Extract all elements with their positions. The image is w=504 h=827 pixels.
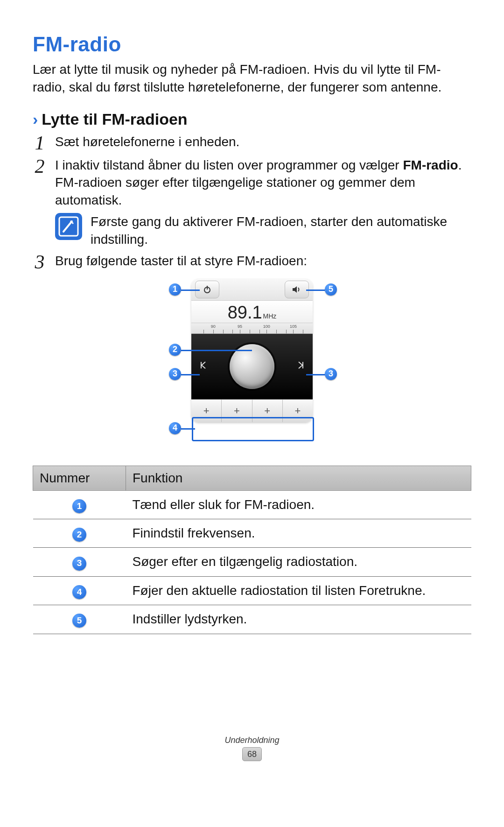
step-body: I inaktiv tilstand åbner du listen over … — [55, 156, 471, 209]
step-1: 1 Sæt høretelefonerne i enheden. — [33, 133, 471, 153]
step2-post: . — [458, 158, 462, 172]
page-footer: Underholdning 68 — [0, 735, 504, 761]
number-badge: 3 — [72, 557, 86, 571]
row-function-cell: Føjer den aktuelle radiostation til list… — [126, 576, 471, 605]
step-number: 3 — [33, 252, 47, 272]
row-number-cell: 5 — [33, 605, 126, 634]
frequency-value: 89.1 — [228, 303, 262, 322]
function-table: Nummer Funktion 1 Tænd eller sluk for FM… — [33, 466, 471, 634]
number-badge: 2 — [72, 528, 86, 542]
row-number-cell: 1 — [33, 490, 126, 519]
step-number: 1 — [33, 133, 47, 153]
table-row: 4 Føjer den aktuelle radiostation til li… — [33, 576, 471, 605]
leader-2 — [181, 350, 252, 351]
number-badge: 4 — [72, 585, 86, 599]
th-function: Funktion — [126, 466, 471, 490]
note-text: Første gang du aktiverer FM-radioen, sta… — [91, 213, 471, 248]
intro-paragraph: Lær at lytte til musik og nyheder på FM-… — [33, 61, 471, 96]
row-function-cell: Finindstil frekvensen. — [126, 519, 471, 547]
table-row: 1 Tænd eller sluk for FM-radioen. — [33, 490, 471, 519]
subsection-title: Lytte til FM-radioen — [42, 110, 187, 128]
step2-pre: I inaktiv tilstand åbner du listen over … — [55, 158, 403, 172]
step-2: 2 I inaktiv tilstand åbner du listen ove… — [33, 156, 471, 209]
row-function-cell: Indstiller lydstyrken. — [126, 605, 471, 634]
ruler-label: 90 — [211, 324, 216, 329]
row-function-cell: Tænd eller sluk for FM-radioen. — [126, 490, 471, 519]
callout-4: 4 — [169, 422, 181, 434]
footer-category: Underholdning — [0, 735, 504, 745]
page-title: FM-radio — [33, 33, 471, 56]
seek-right-icon[interactable] — [295, 360, 305, 373]
callout-5: 5 — [325, 283, 337, 296]
row-number-cell: 4 — [33, 576, 126, 605]
preset-highlight — [192, 417, 314, 441]
step-body: Brug følgende taster til at styre FM-rad… — [55, 252, 471, 270]
number-badge: 1 — [72, 499, 86, 513]
ruler-label: 100 — [263, 324, 270, 329]
callout-2: 2 — [169, 344, 181, 356]
ruler-label: 105 — [290, 324, 297, 329]
step-number: 2 — [33, 156, 47, 176]
seek-left-icon[interactable] — [199, 360, 209, 373]
th-number: Nummer — [33, 466, 126, 490]
step-3: 3 Brug følgende taster til at styre FM-r… — [33, 252, 471, 272]
svg-marker-3 — [293, 286, 297, 293]
callout-3-left: 3 — [169, 368, 181, 380]
note-icon — [55, 213, 82, 240]
frequency-unit: MHz — [263, 312, 277, 320]
table-row: 2 Finindstil frekvensen. — [33, 519, 471, 547]
table-row: 3 Søger efter en tilgængelig radiostatio… — [33, 548, 471, 576]
step-body: Sæt høretelefonerne i enheden. — [55, 133, 471, 151]
number-badge: 5 — [72, 614, 86, 628]
step2-line2: FM-radioen søger efter tilgængelige stat… — [55, 175, 415, 207]
radio-diagram: 1 2 3 3 4 5 89.1MHz — [131, 279, 373, 452]
info-note: Første gang du aktiverer FM-radioen, sta… — [55, 213, 471, 248]
row-function-cell: Søger efter en tilgængelig radiostation. — [126, 548, 471, 576]
ruler-label: 95 — [238, 324, 242, 329]
callout-1: 1 — [169, 283, 181, 296]
leader-3r — [306, 374, 325, 375]
frequency-ruler: 90 95 100 105 — [191, 323, 313, 334]
leader-5 — [306, 290, 325, 291]
row-number-cell: 2 — [33, 519, 126, 547]
chevron-right-icon: › — [33, 110, 38, 128]
frequency-display: 89.1MHz — [191, 301, 313, 323]
radio-diagram-wrap: 1 2 3 3 4 5 89.1MHz — [33, 279, 471, 452]
radio-top-bar — [191, 279, 313, 301]
leader-3l — [181, 374, 200, 375]
volume-button[interactable] — [285, 281, 309, 298]
row-number-cell: 3 — [33, 548, 126, 576]
table-row: 5 Indstiller lydstyrken. — [33, 605, 471, 634]
page-number: 68 — [242, 747, 262, 761]
leader-1 — [181, 290, 200, 291]
subsection-heading: › Lytte til FM-radioen — [33, 110, 471, 128]
manual-page: FM-radio Lær at lytte til musik og nyhed… — [0, 0, 504, 775]
step2-bold: FM-radio — [403, 158, 458, 172]
callout-3-right: 3 — [325, 368, 337, 380]
tuning-dial-area — [191, 334, 313, 399]
steps-list: 1 Sæt høretelefonerne i enheden. 2 I ina… — [33, 133, 471, 272]
